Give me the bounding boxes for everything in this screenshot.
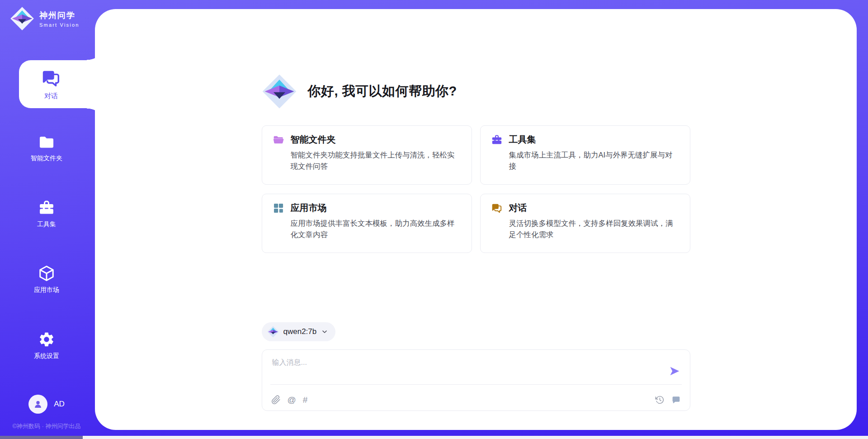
card-description: 智能文件夹功能支持批量文件上传与清洗，轻松实现文件问答 (291, 149, 461, 172)
at-icon[interactable]: @ (288, 396, 296, 404)
scrollbar-thumb[interactable] (0, 436, 83, 439)
card-title: 对话 (509, 202, 527, 214)
sidebar-item-toolset[interactable]: 工具集 (0, 199, 93, 229)
sidebar-item-label: 系统设置 (34, 352, 59, 360)
feature-cards: 智能文件夹 智能文件夹功能支持批量文件上传与清洗，轻松实现文件问答 工具集 集成… (262, 125, 690, 253)
avatar (28, 395, 47, 414)
folder-icon (38, 133, 55, 150)
app-grid-icon (273, 202, 284, 214)
message-input[interactable] (271, 357, 662, 382)
main-panel: 你好, 我可以如何帮助你? 智能文件夹 智能文件夹功能支持批量文件上传与清洗，轻… (95, 9, 857, 430)
user-profile[interactable]: AD (0, 395, 93, 414)
card-title: 工具集 (509, 134, 536, 146)
brand-name: 神州问学 (39, 10, 80, 21)
sidebar: 神州问学 Smart Vision 对话 智能文件夹 工具集 (0, 0, 95, 439)
user-name: AD (54, 400, 65, 409)
composer-divider (270, 384, 682, 385)
sidebar-item-label: 对话 (44, 92, 58, 100)
card-app-market[interactable]: 应用市场 应用市场提供丰富长文本模板，助力高效生成多样化文章内容 (262, 194, 472, 253)
card-chat[interactable]: 对话 灵活切换多模型文件，支持多样回复效果调试，满足个性化需求 (480, 194, 690, 253)
card-toolset[interactable]: 工具集 集成市场上主流工具，助力AI与外界无缝扩展与对接 (480, 125, 690, 185)
user-avatar-icon (33, 399, 43, 410)
brand-subtitle: Smart Vision (39, 22, 80, 28)
card-title: 智能文件夹 (291, 134, 336, 146)
history-icon[interactable] (655, 395, 665, 405)
diamond-logo-icon (262, 74, 297, 109)
sidebar-item-label: 应用市场 (34, 286, 59, 294)
chat-bubbles-icon (491, 202, 503, 214)
sidebar-item-smart-folder[interactable]: 智能文件夹 (0, 133, 93, 162)
sidebar-item-settings[interactable]: 系统设置 (0, 331, 93, 360)
sidebar-item-label: 智能文件夹 (31, 154, 62, 162)
card-description: 集成市场上主流工具，助力AI与外界无缝扩展与对接 (509, 149, 679, 172)
sidebar-item-label: 工具集 (37, 220, 56, 229)
main-content: 你好, 我可以如何帮助你? 智能文件夹 智能文件夹功能支持批量文件上传与清洗，轻… (262, 74, 690, 411)
sidebar-item-chat[interactable]: 对话 (19, 60, 95, 108)
horizontal-scrollbar[interactable] (0, 436, 868, 439)
greeting: 你好, 我可以如何帮助你? (262, 74, 690, 109)
model-name: qwen2:7b (283, 327, 317, 336)
model-selector[interactable]: qwen2:7b (262, 322, 336, 341)
send-button[interactable] (668, 365, 681, 378)
card-smart-folder[interactable]: 智能文件夹 智能文件夹功能支持批量文件上传与清洗，轻松实现文件问答 (262, 125, 472, 185)
cube-icon (38, 265, 55, 282)
toolbox-icon (491, 134, 503, 146)
chat-bubbles-icon (41, 68, 61, 89)
paperclip-icon[interactable] (271, 395, 281, 405)
brand: 神州问学 Smart Vision (10, 6, 80, 31)
send-icon (669, 365, 680, 377)
card-title: 应用市场 (291, 202, 327, 214)
folder-open-icon (273, 134, 284, 146)
card-description: 灵活切换多模型文件，支持多样回复效果调试，满足个性化需求 (509, 218, 679, 240)
gear-icon (38, 331, 55, 348)
sidebar-item-app-market[interactable]: 应用市场 (0, 265, 93, 294)
brand-logo-icon (10, 6, 34, 31)
chevron-down-icon (321, 328, 328, 335)
toolbox-icon (38, 199, 55, 216)
greeting-title: 你好, 我可以如何帮助你? (308, 82, 457, 100)
comment-icon[interactable] (671, 395, 681, 405)
card-description: 应用市场提供丰富长文本模板，助力高效生成多样化文章内容 (291, 218, 461, 240)
composer-toolbar: @ # (271, 394, 681, 405)
diamond-logo-icon (267, 326, 279, 338)
hash-icon[interactable]: # (303, 396, 308, 404)
sidebar-footer: ©神州数码 · 神州问学出品 (0, 422, 93, 430)
composer: @ # (262, 349, 690, 411)
